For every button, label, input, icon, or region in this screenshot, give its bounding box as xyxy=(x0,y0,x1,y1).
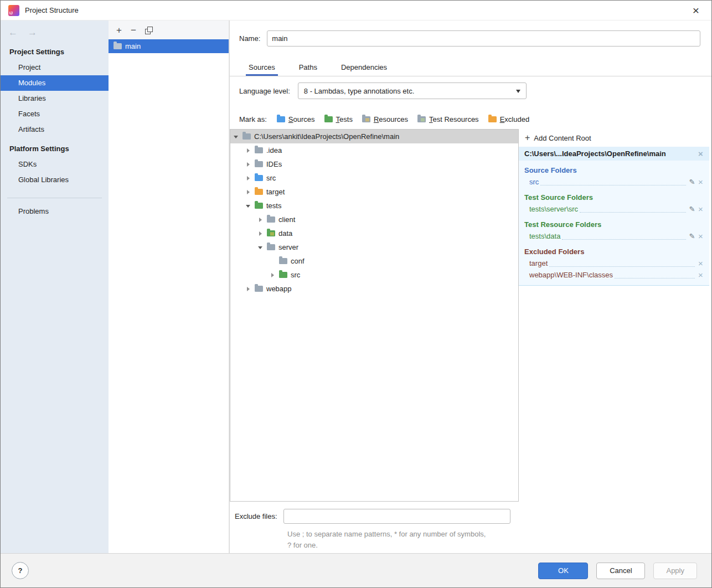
module-toolbar: + − xyxy=(109,20,229,39)
add-module-icon[interactable]: + xyxy=(116,25,122,35)
section-header-platform-settings: Platform Settings xyxy=(1,137,109,157)
mark-test-resources-button[interactable]: Test Resources xyxy=(417,115,479,123)
sidebar-item-sdks[interactable]: SDKs xyxy=(1,157,109,172)
folder-entry-webapp-classes[interactable]: webapp\WEB-INF\classes × xyxy=(519,269,709,281)
module-name-input[interactable] xyxy=(267,30,700,47)
tree-row-src[interactable]: src xyxy=(230,171,518,185)
module-name: main xyxy=(125,42,141,50)
chevron-collapsed-icon[interactable] xyxy=(246,176,251,181)
tree-row-server-src[interactable]: src xyxy=(230,268,518,282)
remove-icon[interactable]: × xyxy=(696,205,705,213)
tab-sources[interactable]: Sources xyxy=(246,59,278,76)
help-button[interactable]: ? xyxy=(12,562,29,579)
chevron-expanded-icon[interactable] xyxy=(234,134,239,140)
tab-paths[interactable]: Paths xyxy=(296,59,320,76)
folder-entry-tests-server-src[interactable]: tests\server\src ✎ × xyxy=(519,203,709,215)
dotted-leader xyxy=(549,260,695,267)
sidebar-item-project[interactable]: Project xyxy=(1,60,109,75)
module-editor: Name: Sources Paths Dependencies Languag… xyxy=(229,20,711,553)
edit-icon[interactable]: ✎ xyxy=(688,232,696,240)
folder-icon xyxy=(267,244,275,250)
chevron-collapsed-icon[interactable] xyxy=(258,217,264,223)
resource-folder-icon xyxy=(362,116,370,122)
sidebar-item-facets[interactable]: Facets xyxy=(1,106,109,122)
chevron-expanded-icon[interactable] xyxy=(258,245,264,250)
sidebar-item-libraries[interactable]: Libraries xyxy=(1,91,109,106)
language-level-label: Language level: xyxy=(239,87,290,95)
content-root-path[interactable]: C:\Users\...IdeaProjects\OpenRefine\main… xyxy=(519,147,709,161)
tree-row-data[interactable]: data xyxy=(230,226,518,240)
tree-row-idea[interactable]: .idea xyxy=(230,143,518,157)
back-arrow-icon[interactable]: ← xyxy=(8,27,18,38)
tree-row-server[interactable]: server xyxy=(230,240,518,254)
apply-button: Apply xyxy=(653,563,697,579)
tree-row-client[interactable]: client xyxy=(230,213,518,226)
tree-row-ides[interactable]: IDEs xyxy=(230,157,518,171)
remove-module-icon[interactable]: − xyxy=(131,25,136,35)
remove-content-root-icon[interactable]: × xyxy=(696,149,705,158)
add-content-root-button[interactable]: + Add Content Root xyxy=(519,129,711,147)
project-structure-dialog: IJ Project Structure × ← → Project Setti… xyxy=(0,0,712,588)
tree-row-target[interactable]: target xyxy=(230,185,518,199)
folder-icon xyxy=(255,147,263,153)
remove-icon[interactable]: × xyxy=(696,271,705,279)
cancel-button[interactable]: Cancel xyxy=(596,563,645,579)
sidebar-item-problems[interactable]: Problems xyxy=(1,204,109,219)
remove-icon[interactable]: × xyxy=(696,259,705,267)
chevron-collapsed-icon[interactable] xyxy=(246,189,251,195)
test-folder-icon xyxy=(324,116,333,122)
chevron-collapsed-icon[interactable] xyxy=(270,272,276,278)
folder-entry-tests-data[interactable]: tests\data ✎ × xyxy=(519,230,709,242)
mark-sources-button[interactable]: Sources xyxy=(277,115,315,123)
group-title-excluded-folders: Excluded Folders xyxy=(519,242,709,257)
remove-icon[interactable]: × xyxy=(696,232,705,240)
chevron-collapsed-icon[interactable] xyxy=(258,231,264,236)
folder-icon xyxy=(255,161,263,167)
dotted-leader xyxy=(580,206,686,213)
module-list-item[interactable]: main xyxy=(109,39,229,53)
ok-button[interactable]: OK xyxy=(538,563,588,579)
folders-panel: + Add Content Root C:\Users\...IdeaProje… xyxy=(519,129,711,286)
sidebar-item-modules[interactable]: Modules xyxy=(1,75,109,91)
dotted-leader xyxy=(562,233,686,240)
tree-row-root[interactable]: C:\Users\ankit\IdeaProjects\OpenRefine\m… xyxy=(230,130,518,143)
source-folder-icon xyxy=(255,175,263,181)
language-level-dropdown[interactable]: 8 - Lambdas, type annotations etc. xyxy=(298,82,527,99)
folder-icon xyxy=(267,216,275,223)
test-source-folder-icon xyxy=(279,272,287,278)
module-list-panel: + − main xyxy=(109,20,229,553)
mark-resources-button[interactable]: Resources xyxy=(362,115,408,123)
close-icon[interactable]: × xyxy=(688,3,704,18)
mark-as-label: Mark as: xyxy=(239,115,267,123)
source-folder-icon xyxy=(277,116,285,122)
language-level-value: 8 - Lambdas, type annotations etc. xyxy=(304,87,414,95)
chevron-expanded-icon[interactable] xyxy=(246,203,251,209)
excluded-folder-icon xyxy=(488,116,497,122)
exclude-files-input[interactable] xyxy=(283,509,510,524)
copy-module-icon[interactable] xyxy=(145,27,152,34)
folder-entry-target[interactable]: target × xyxy=(519,257,709,269)
chevron-collapsed-icon[interactable] xyxy=(246,162,251,167)
chevron-down-icon xyxy=(516,90,520,93)
mark-excluded-button[interactable]: Excluded xyxy=(488,115,529,123)
folder-icon xyxy=(279,258,287,264)
sidebar-item-global-libraries[interactable]: Global Libraries xyxy=(1,172,109,188)
test-resource-folder-icon xyxy=(267,230,275,236)
tree-row-webapp[interactable]: webapp xyxy=(230,282,518,296)
exclude-files-label: Exclude files: xyxy=(235,512,277,520)
tree-row-tests[interactable]: tests xyxy=(230,199,518,213)
content-root-card: C:\Users\...IdeaProjects\OpenRefine\main… xyxy=(519,147,709,286)
mark-tests-button[interactable]: Tests xyxy=(324,115,353,123)
dotted-leader xyxy=(615,272,695,278)
chevron-collapsed-icon[interactable] xyxy=(246,286,251,292)
folder-entry-src[interactable]: src ✎ × xyxy=(519,176,709,188)
tree-row-conf[interactable]: conf xyxy=(230,254,518,268)
sidebar-item-artifacts[interactable]: Artifacts xyxy=(1,122,109,137)
group-title-source-folders: Source Folders xyxy=(519,161,709,176)
chevron-collapsed-icon[interactable] xyxy=(246,148,251,153)
edit-icon[interactable]: ✎ xyxy=(688,205,696,213)
forward-arrow-icon[interactable]: → xyxy=(28,27,37,38)
remove-icon[interactable]: × xyxy=(696,178,705,186)
edit-icon[interactable]: ✎ xyxy=(688,178,696,186)
tab-dependencies[interactable]: Dependencies xyxy=(338,59,390,76)
